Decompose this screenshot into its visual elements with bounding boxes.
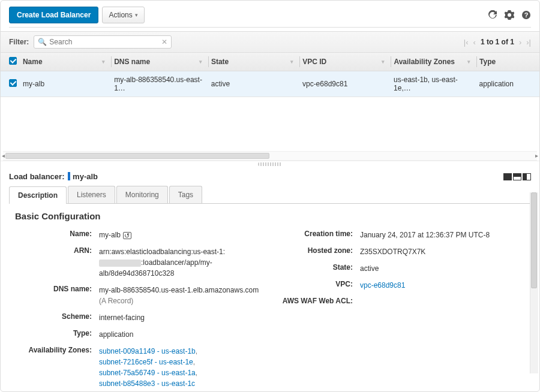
vpc-key: VPC: xyxy=(276,280,360,288)
detail-header-name: my-alb xyxy=(73,172,98,181)
section-title: Basic Configuration xyxy=(15,211,525,221)
help-icon[interactable]: ? xyxy=(521,10,531,20)
az-link[interactable]: subnet-75a56749 - us-east-1a xyxy=(99,369,196,377)
hosted-value: Z35SXDOTRQ7X7K xyxy=(360,246,525,257)
page-last-icon[interactable]: ›| xyxy=(526,38,531,47)
pagination: |‹ ‹ 1 to 1 of 1 › ›| xyxy=(464,38,531,47)
hosted-key: Hosted zone: xyxy=(276,246,360,255)
detail-header-label: Load balancer: xyxy=(9,172,64,181)
cell-vpc: vpc-e68d9c81 xyxy=(302,80,347,88)
copy-icon[interactable] xyxy=(123,232,131,239)
sort-caret-icon[interactable]: ▾ xyxy=(102,59,109,65)
cell-state: active xyxy=(211,80,230,88)
col-header-vpc[interactable]: VPC ID xyxy=(302,58,326,66)
cell-az: us-east-1b, us-east-1e,… xyxy=(394,76,474,92)
az-link[interactable]: subnet-b85488e3 - us-east-1c xyxy=(99,379,195,388)
creation-value: January 24, 2017 at 12:36:37 PM UTC-8 xyxy=(360,230,525,240)
dns-value: my-alb-886358540.us-east-1.elb.amazonaws… xyxy=(99,286,259,294)
table-row[interactable]: my-alb my-alb-886358540.us-east-1… activ… xyxy=(1,71,539,97)
table-header-row: Name▾ DNS name▾ State▾ VPC ID▾ Availabil… xyxy=(1,53,539,71)
col-header-state[interactable]: State xyxy=(211,58,229,66)
state-value: active xyxy=(360,263,525,274)
splitter-handle[interactable] xyxy=(1,161,539,167)
creation-key: Creation time: xyxy=(276,230,360,238)
horizontal-scrollbar[interactable]: ◂▸ xyxy=(3,151,537,161)
cell-name: my-alb xyxy=(23,80,44,88)
cell-type: application xyxy=(479,80,514,88)
sort-caret-icon[interactable]: ▾ xyxy=(467,59,474,65)
name-value: my-alb xyxy=(99,231,121,239)
col-header-dns[interactable]: DNS name xyxy=(114,58,150,66)
create-load-balancer-button[interactable]: Create Load Balancer xyxy=(9,7,98,23)
arn-prefix: arn:aws:elasticloadbalancing:us-east-1: xyxy=(99,248,225,256)
select-all-checkbox[interactable] xyxy=(9,57,17,65)
name-key: Name: xyxy=(15,230,99,238)
refresh-icon[interactable] xyxy=(488,10,497,20)
waf-key: AWS WAF Web ACL: xyxy=(276,297,360,305)
dns-key: DNS name: xyxy=(15,285,99,293)
page-prev-icon[interactable]: ‹ xyxy=(473,38,476,47)
clear-search-icon[interactable]: ✕ xyxy=(161,38,167,46)
search-box[interactable]: 🔍 ✕ xyxy=(34,35,172,49)
search-input[interactable] xyxy=(49,38,151,46)
sort-caret-icon[interactable]: ▾ xyxy=(290,59,297,65)
gear-icon[interactable] xyxy=(505,10,514,20)
filter-label: Filter: xyxy=(9,38,29,46)
layout-vertical-icon[interactable] xyxy=(523,173,531,180)
vpc-link[interactable]: vpc-e68d9c81 xyxy=(360,281,405,290)
tab-listeners[interactable]: Listeners xyxy=(68,186,115,203)
type-key: Type: xyxy=(15,329,99,337)
sort-caret-icon[interactable]: ▾ xyxy=(382,59,388,65)
tab-monitoring[interactable]: Monitoring xyxy=(116,186,168,203)
type-value: application xyxy=(99,329,264,340)
az-key: Availability Zones: xyxy=(15,346,99,354)
arn-key: ARN: xyxy=(15,246,99,255)
cell-dns: my-alb-886358540.us-east-1… xyxy=(114,76,206,92)
page-next-icon[interactable]: › xyxy=(519,38,521,47)
scheme-value: internet-facing xyxy=(99,312,264,323)
col-header-type[interactable]: Type xyxy=(479,58,496,66)
layout-horizontal-icon[interactable] xyxy=(513,173,521,180)
layout-full-icon[interactable] xyxy=(503,173,512,180)
col-header-az[interactable]: Availability Zones xyxy=(394,58,455,66)
vertical-scrollbar[interactable] xyxy=(530,192,538,373)
row-checkbox[interactable] xyxy=(9,79,17,87)
actions-label: Actions xyxy=(109,11,132,19)
page-first-icon[interactable]: |‹ xyxy=(464,38,469,47)
svg-text:?: ? xyxy=(524,11,529,19)
dns-note: (A Record) xyxy=(99,297,133,305)
search-icon: 🔍 xyxy=(38,38,47,46)
scheme-key: Scheme: xyxy=(15,312,99,321)
tab-description[interactable]: Description xyxy=(9,186,67,204)
actions-dropdown-button[interactable]: Actions ▾ xyxy=(102,7,144,23)
sort-caret-icon[interactable]: ▾ xyxy=(199,59,206,65)
tab-tags[interactable]: Tags xyxy=(169,186,202,203)
detail-marker-icon xyxy=(68,172,70,180)
az-link[interactable]: subnet-009a1149 - us-east-1b xyxy=(99,347,196,355)
arn-masked xyxy=(99,260,141,267)
state-key: State: xyxy=(276,263,360,272)
chevron-down-icon: ▾ xyxy=(135,12,138,18)
page-count: 1 to 1 of 1 xyxy=(481,38,514,46)
az-link[interactable]: subnet-7216ce5f - us-east-1e xyxy=(99,358,193,366)
col-header-name[interactable]: Name xyxy=(23,58,43,66)
